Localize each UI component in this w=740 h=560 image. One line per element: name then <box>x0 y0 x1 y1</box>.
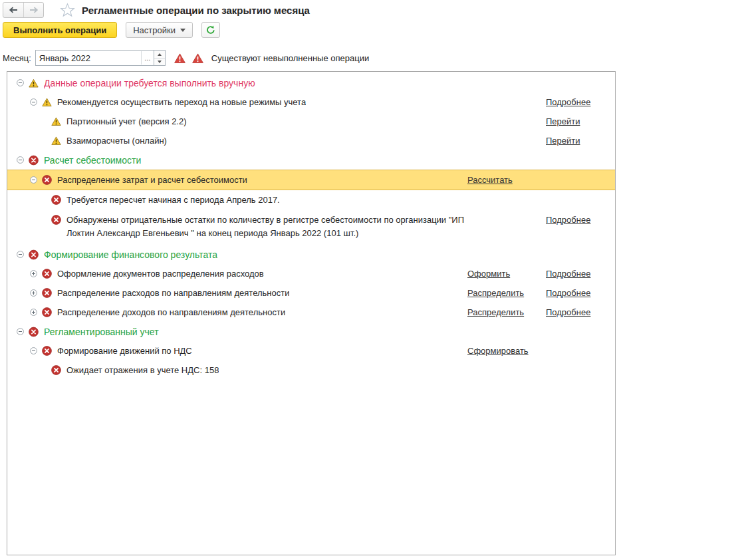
go-to-link[interactable]: Перейти <box>546 136 580 146</box>
month-picker-button[interactable]: ... <box>141 51 154 65</box>
expand-icon[interactable] <box>30 289 37 297</box>
group-title: Формирование финансового результата <box>44 249 217 260</box>
details-link[interactable]: Подробнее <box>546 288 590 298</box>
row-label: Формирование движений по НДС <box>57 346 192 356</box>
month-step-down-button[interactable] <box>154 58 165 65</box>
operations-tree-panel: Данные операции требуется выполнить вруч… <box>7 71 616 555</box>
error-icon <box>29 327 39 337</box>
page-title: Регламентные операции по закрытию месяца <box>82 5 310 16</box>
row-label: Обнаружены отрицательные остатки по коли… <box>66 213 467 240</box>
expand-icon[interactable] <box>30 270 37 277</box>
row-label: Распределение расходов по направлениям д… <box>57 288 289 298</box>
tree-row[interactable]: Формирование движений по НДС Сформироват… <box>7 341 615 360</box>
warning-icon <box>51 116 61 126</box>
refresh-button[interactable] <box>201 22 220 38</box>
details-link[interactable]: Подробнее <box>546 97 590 107</box>
tree-row[interactable]: Рекомендуется осуществить переход на нов… <box>7 92 615 112</box>
details-link[interactable]: Подробнее <box>546 307 590 317</box>
expand-icon[interactable] <box>30 309 37 316</box>
go-to-link[interactable]: Перейти <box>546 116 580 126</box>
warning-icon <box>42 97 52 107</box>
calculate-link[interactable]: Рассчитать <box>467 175 513 185</box>
error-icon <box>42 175 52 185</box>
tree-row[interactable]: Партионный учет (версия 2.2) Перейти <box>7 112 615 131</box>
tree-row[interactable]: Оформление документов распределения расх… <box>7 264 615 283</box>
error-icon <box>29 249 39 259</box>
tree-row-selected[interactable]: Распределение затрат и расчет себестоимо… <box>7 170 615 190</box>
group-title: Регламентированный учет <box>44 327 159 337</box>
refresh-icon <box>206 25 215 35</box>
row-label: Требуется пересчет начиная с периода Апр… <box>66 195 280 205</box>
error-icon <box>42 307 52 317</box>
error-icon <box>42 269 52 279</box>
tree-row[interactable]: Обнаружены отрицательные остатки по коли… <box>7 210 615 245</box>
generate-link[interactable]: Сформировать <box>467 346 529 356</box>
collapse-icon[interactable] <box>17 328 24 335</box>
command-bar: Выполнить операции Настройки <box>3 22 220 38</box>
row-label: Распределение доходов по направлениям де… <box>57 307 285 317</box>
warning-icon <box>29 78 39 88</box>
month-stepper <box>154 50 166 66</box>
row-label: Оформление документов распределения расх… <box>57 269 264 279</box>
issue-link[interactable]: Оформить <box>467 269 510 279</box>
settings-dropdown-button[interactable]: Настройки <box>126 22 193 38</box>
tree-row[interactable]: Ожидает отражения в учете НДС: 158 <box>7 360 615 380</box>
tree-group-row[interactable]: Данные операции требуется выполнить вруч… <box>7 73 615 92</box>
collapse-icon[interactable] <box>30 347 37 354</box>
back-button[interactable] <box>3 3 23 17</box>
tree-row[interactable]: Взаиморасчеты (онлайн) Перейти <box>7 131 615 150</box>
error-icon <box>42 346 52 356</box>
group-title: Данные операции требуется выполнить вруч… <box>44 78 255 88</box>
error-icon <box>42 288 52 298</box>
collapse-icon[interactable] <box>17 156 24 164</box>
tree-row[interactable]: Требуется пересчет начиная с периода Апр… <box>7 190 615 210</box>
triangle-up-icon <box>158 53 162 56</box>
unfinished-operations-warning: Существуют невыполненные операции <box>211 53 369 63</box>
distribute-link[interactable]: Распределить <box>467 307 524 317</box>
tree-row[interactable]: Распределение доходов по направлениям де… <box>7 303 615 322</box>
month-field: ... <box>35 50 154 66</box>
window-header: Регламентные операции по закрытию месяца <box>3 2 310 18</box>
details-link[interactable]: Подробнее <box>546 215 590 225</box>
forward-button[interactable] <box>23 3 43 17</box>
month-selector-row: Месяц: ... Существуют невыполненные опер… <box>3 50 369 66</box>
collapse-icon[interactable] <box>17 79 24 86</box>
error-icon <box>51 215 61 225</box>
row-label: Распределение затрат и расчет себестоимо… <box>57 175 247 185</box>
details-link[interactable]: Подробнее <box>546 269 590 279</box>
month-input[interactable] <box>36 53 141 63</box>
row-label: Ожидает отражения в учете НДС: 158 <box>66 365 219 375</box>
alert-triangle-icon <box>192 53 203 63</box>
group-title: Расчет себестоимости <box>44 155 141 166</box>
collapse-icon[interactable] <box>30 98 37 106</box>
tree-row[interactable]: Распределение расходов по направлениям д… <box>7 283 615 303</box>
tree-group-row[interactable]: Расчет себестоимости <box>7 150 615 170</box>
arrow-right-icon <box>29 7 39 13</box>
error-icon <box>51 195 61 205</box>
month-label: Месяц: <box>3 53 31 63</box>
alert-triangle-icon <box>174 53 185 63</box>
collapse-icon[interactable] <box>30 176 37 184</box>
distribute-link[interactable]: Распределить <box>467 288 524 298</box>
settings-button-label: Настройки <box>133 25 176 35</box>
error-icon <box>29 155 39 165</box>
execute-operations-button[interactable]: Выполнить операции <box>3 22 117 38</box>
warning-icon <box>51 136 61 146</box>
error-icon <box>51 365 61 375</box>
triangle-down-icon <box>158 61 162 63</box>
month-step-up-button[interactable] <box>154 51 165 58</box>
tree-group-row[interactable]: Формирование финансового результата <box>7 245 615 264</box>
row-label: Взаиморасчеты (онлайн) <box>66 136 167 146</box>
collapse-icon[interactable] <box>17 251 24 258</box>
history-nav <box>3 2 44 18</box>
chevron-down-icon <box>180 29 185 32</box>
arrow-left-icon <box>9 7 18 13</box>
row-label: Рекомендуется осуществить переход на нов… <box>57 97 306 107</box>
row-label: Партионный учет (версия 2.2) <box>66 116 187 126</box>
tree-group-row[interactable]: Регламентированный учет <box>7 322 615 341</box>
favorite-star-icon[interactable] <box>60 3 75 17</box>
